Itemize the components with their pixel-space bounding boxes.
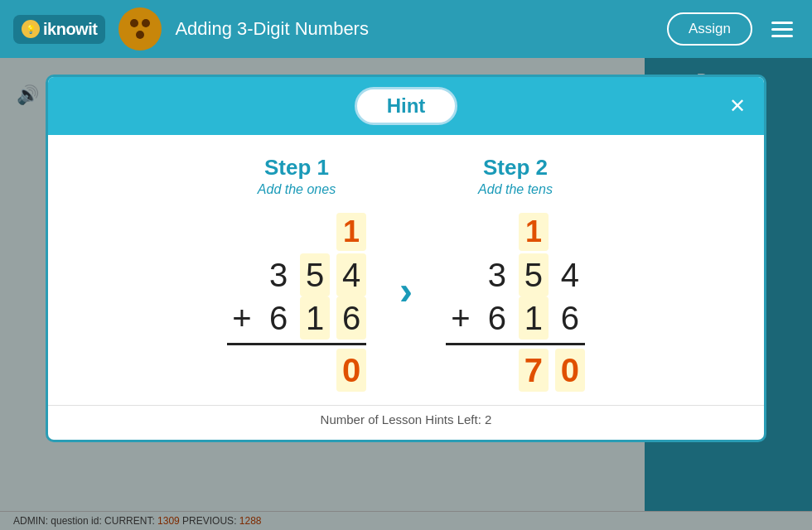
hamburger-line	[771, 35, 793, 37]
top-tens: 5	[300, 253, 330, 296]
carry-tens-placeholder	[300, 210, 330, 253]
assign-button[interactable]: Assign	[667, 12, 752, 46]
avatar-dot	[142, 19, 150, 27]
hamburger-line	[771, 28, 793, 31]
top2-ones: 4	[555, 253, 585, 296]
bottom2-tens: 1	[519, 296, 549, 340]
carry2-ones-placeholder	[555, 210, 585, 253]
top-hundreds: 3	[263, 253, 293, 296]
modal-overlay: Hint ✕ Step 1 Add the ones 1	[0, 58, 812, 530]
top-ones: 4	[336, 253, 366, 296]
step2-subtitle: Add the tens	[478, 182, 553, 197]
top-number-row: 3 5 4	[227, 253, 366, 296]
hamburger-line	[771, 22, 793, 24]
carry2-tens: 1	[519, 213, 549, 252]
bottom2-ones: 6	[555, 296, 585, 340]
bottom-number-row: + 6 1 6	[227, 296, 366, 340]
top2-hundreds: 3	[482, 253, 512, 296]
result2-hundreds-blank	[482, 349, 512, 392]
carry2-hundreds-placeholder	[482, 210, 512, 253]
step1-math: 1 3 5 4 + 6 1 6	[227, 210, 366, 392]
modal-header: Hint ✕	[48, 77, 764, 135]
carry-hundreds-placeholder	[263, 210, 293, 253]
step1-block: Step 1 Add the ones 1 3 5	[227, 155, 366, 392]
carry-ones: 1	[336, 213, 366, 252]
result2-tens: 7	[519, 349, 549, 392]
hint-badge: Hint	[355, 87, 458, 125]
hints-remaining-text: Number of Lesson Hints Left: 2	[321, 412, 492, 426]
top2-tens: 5	[519, 253, 549, 296]
result-tens-blank	[300, 349, 330, 392]
avatar-dot	[136, 31, 144, 39]
result-ones: 0	[336, 349, 366, 392]
bottom-tens: 1	[300, 296, 330, 340]
main-area: 🔊 354 + 616 = Progress 3/15 Hint ✕	[0, 58, 812, 530]
avatar-dots	[130, 19, 150, 39]
result2-ones: 0	[555, 349, 585, 392]
step2-math: 1 3 5 4 + 6 1	[446, 210, 585, 392]
hint-modal: Hint ✕ Step 1 Add the ones 1	[46, 75, 766, 442]
math-line	[227, 343, 366, 345]
step1-title: Step 1	[264, 155, 329, 181]
header: 💡 iknowit Adding 3-Digit Numbers Assign	[0, 0, 812, 58]
step1-subtitle: Add the ones	[258, 182, 336, 197]
logo-lightbulb-icon: 💡	[22, 20, 40, 38]
hamburger-menu-button[interactable]	[766, 12, 799, 46]
top-number-row-2: 3 5 4	[446, 253, 585, 296]
carry-row-2: 1	[446, 210, 585, 253]
modal-body: Step 1 Add the ones 1 3 5	[48, 135, 764, 405]
step2-title: Step 2	[483, 155, 548, 181]
step2-block: Step 2 Add the tens 1 3 5	[446, 155, 585, 392]
bottom2-hundreds: 6	[482, 296, 512, 340]
chevron-right-icon: ›	[399, 267, 413, 313]
bottom-number-row-2: + 6 1 6	[446, 296, 585, 340]
logo-text: iknowit	[43, 20, 97, 39]
result-row: 0	[227, 349, 366, 392]
logo-box: 💡 iknowit	[13, 15, 105, 44]
result-row-2: 7 0	[446, 349, 585, 392]
bottom-ones: 6	[336, 296, 366, 340]
logo-wrap: 💡 iknowit	[13, 15, 105, 44]
plus-sign-2: +	[446, 296, 476, 340]
lesson-title: Adding 3-Digit Numbers	[175, 18, 667, 40]
plus-sign: +	[227, 296, 257, 340]
modal-footer: Number of Lesson Hints Left: 2	[48, 405, 764, 440]
carry-row: 1	[227, 210, 366, 253]
bottom-hundreds: 6	[263, 296, 293, 340]
result-hundreds-blank	[263, 349, 293, 392]
avatar-dot	[130, 19, 138, 27]
math-line-2	[446, 343, 585, 345]
avatar	[118, 7, 162, 51]
close-button[interactable]: ✕	[724, 93, 751, 119]
